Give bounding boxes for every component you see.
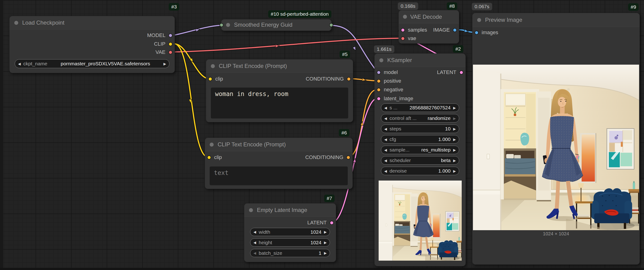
collapse-dot-icon[interactable]	[14, 21, 18, 25]
node-header[interactable]: CLIP Text Encode (Prompt)	[206, 60, 353, 73]
node-header[interactable]: Smoothed Energy Guid	[222, 20, 331, 30]
graph-canvas[interactable]: #3 #10 sd-perturbed-attention #5 #6 #7 #…	[0, 0, 644, 270]
conditioning-port-icon[interactable]	[377, 88, 381, 92]
increment-icon[interactable]: ▶	[324, 230, 327, 234]
ksampler-preview-image[interactable]	[379, 181, 462, 261]
input-port-clip[interactable]: clip	[207, 154, 222, 160]
node-empty-latent-image[interactable]: Empty Latent Image LATENT ◀ width 1024 ▶…	[244, 203, 336, 262]
input-port-vae[interactable]: vae	[401, 35, 416, 42]
increment-icon[interactable]: ▶	[453, 169, 456, 173]
decrement-icon[interactable]: ◀	[384, 127, 387, 131]
output-port-vae[interactable]: VAE	[156, 49, 172, 55]
conditioning-port-icon[interactable]	[347, 77, 351, 81]
node-preview-image[interactable]: Preview Image images 1024 × 1024	[472, 13, 640, 264]
steps-widget[interactable]: ◀ steps 10 ▶	[381, 125, 459, 133]
output-port-clip[interactable]: CLIP	[154, 41, 172, 47]
latent-port-icon[interactable]	[401, 28, 405, 32]
model-port-icon[interactable]	[377, 71, 381, 75]
denoise-widget[interactable]: ◀ denoise 1.000 ▶	[381, 167, 459, 175]
collapse-dot-icon[interactable]	[477, 18, 481, 22]
node-load-checkpoint[interactable]: Load Checkpoint MODEL CLIP VAE ◀ ckpt_na…	[9, 16, 175, 73]
node-header[interactable]: KSampler	[375, 54, 466, 67]
conditioning-port-icon[interactable]	[377, 79, 381, 83]
input-port-negative[interactable]: negative	[377, 87, 403, 93]
seed-widget[interactable]: ◀ s ... 285688827607524 ▶	[381, 104, 459, 112]
increment-icon[interactable]: ▶	[453, 106, 456, 110]
node-smoothed-energy-guid[interactable]: Smoothed Energy Guid	[221, 19, 332, 31]
prev-value-icon[interactable]: ◀	[384, 148, 387, 152]
decrement-icon[interactable]: ◀	[254, 230, 256, 234]
prev-value-icon[interactable]: ◀	[18, 62, 21, 66]
next-value-icon[interactable]: ▶	[453, 148, 456, 152]
output-port-model[interactable]: MODEL	[147, 32, 172, 38]
vae-port-icon[interactable]	[168, 50, 172, 54]
node-clip-text-encode-negative[interactable]: CLIP Text Encode (Prompt) clip CONDITION…	[205, 138, 353, 189]
latent-port-icon[interactable]	[330, 221, 334, 225]
node-title: CLIP Text Encode (Prompt)	[219, 63, 287, 69]
prev-value-icon[interactable]: ◀	[384, 159, 387, 162]
node-vae-decode[interactable]: VAE Decode samples vae IMAGE	[398, 10, 459, 44]
clip-port-icon[interactable]	[208, 77, 212, 81]
output-port-latent[interactable]: LATENT	[307, 220, 334, 226]
collapsed-output-port-icon[interactable]	[329, 23, 333, 27]
decrement-icon[interactable]: ◀	[384, 138, 387, 141]
clip-port-icon[interactable]	[168, 42, 172, 46]
input-port-samples[interactable]: samples	[401, 27, 427, 33]
decrement-icon[interactable]: ◀	[384, 169, 387, 173]
next-value-icon[interactable]: ▶	[453, 159, 456, 162]
output-port-latent[interactable]: LATENT	[437, 69, 463, 75]
ckpt-name-widget[interactable]: ◀ ckpt_name pornmaster_proSDXLV5VAE.safe…	[15, 59, 170, 68]
width-widget[interactable]: ◀ width 1024 ▶	[250, 228, 330, 236]
prev-value-icon[interactable]: ◀	[384, 117, 387, 120]
increment-icon[interactable]: ▶	[324, 251, 327, 255]
node-clip-text-encode-positive[interactable]: CLIP Text Encode (Prompt) clip CONDITION…	[206, 59, 353, 122]
collapse-dot-icon[interactable]	[210, 143, 214, 147]
latent-port-icon[interactable]	[377, 97, 381, 101]
decrement-icon[interactable]: ◀	[254, 241, 256, 244]
input-port-positive[interactable]: positive	[377, 78, 401, 84]
collapse-dot-icon[interactable]	[249, 208, 253, 212]
batch-size-widget[interactable]: ◀ batch_size 1 ▶	[250, 249, 330, 257]
vae-port-icon[interactable]	[401, 37, 405, 41]
preview-output-image[interactable]	[473, 65, 639, 230]
image-port-icon[interactable]	[453, 28, 457, 32]
collapse-dot-icon[interactable]	[211, 64, 215, 68]
input-port-model[interactable]: model	[377, 69, 398, 75]
prompt-textarea[interactable]: text	[210, 166, 348, 185]
input-port-images[interactable]: images	[474, 30, 498, 36]
node-header[interactable]: VAE Decode	[399, 10, 459, 24]
collapsed-input-port-icon[interactable]	[220, 23, 224, 27]
node-header[interactable]: Preview Image	[472, 13, 640, 27]
output-port-image[interactable]: IMAGE	[433, 27, 457, 33]
conditioning-port-icon[interactable]	[346, 155, 350, 159]
decrement-icon[interactable]: ◀	[254, 251, 256, 255]
input-port-latent-image[interactable]: latent_image	[377, 96, 413, 102]
node-header[interactable]: CLIP Text Encode (Prompt)	[205, 138, 352, 151]
decrement-icon[interactable]: ◀	[384, 106, 387, 110]
node-header[interactable]: Empty Latent Image	[244, 203, 336, 217]
output-port-conditioning[interactable]: CONDITIONING	[306, 76, 351, 82]
canvas-bottom-edge	[0, 268, 644, 270]
output-port-conditioning[interactable]: CONDITIONING	[305, 154, 350, 160]
model-port-icon[interactable]	[168, 34, 172, 38]
input-port-clip[interactable]: clip	[208, 76, 223, 82]
cfg-widget[interactable]: ◀ cfg 1.000 ▶	[381, 135, 459, 144]
node-ksampler[interactable]: KSampler model positive negative latent_…	[374, 53, 466, 266]
collapse-dot-icon[interactable]	[403, 15, 407, 19]
latent-port-icon[interactable]	[459, 71, 463, 75]
sampler-name-widget[interactable]: ◀ sample... res_multistep ▶	[381, 146, 459, 154]
increment-icon[interactable]: ▶	[453, 127, 456, 131]
control-after-generate-widget[interactable]: ◀ control aft ... randomize ▶	[381, 114, 459, 122]
collapse-dot-icon[interactable]	[379, 58, 383, 62]
increment-icon[interactable]: ▶	[453, 138, 456, 141]
increment-icon[interactable]: ▶	[324, 241, 327, 244]
height-widget[interactable]: ◀ height 1024 ▶	[250, 238, 330, 246]
prompt-textarea[interactable]: woman in dress, room	[211, 88, 348, 119]
image-port-icon[interactable]	[474, 31, 478, 35]
clip-port-icon[interactable]	[207, 155, 211, 159]
collapse-dot-icon[interactable]	[226, 23, 230, 27]
next-value-icon[interactable]: ▶	[163, 62, 166, 66]
node-header[interactable]: Load Checkpoint	[10, 16, 174, 30]
scheduler-widget[interactable]: ◀ scheduler beta ▶	[381, 156, 459, 165]
next-value-icon[interactable]: ▶	[453, 117, 456, 120]
